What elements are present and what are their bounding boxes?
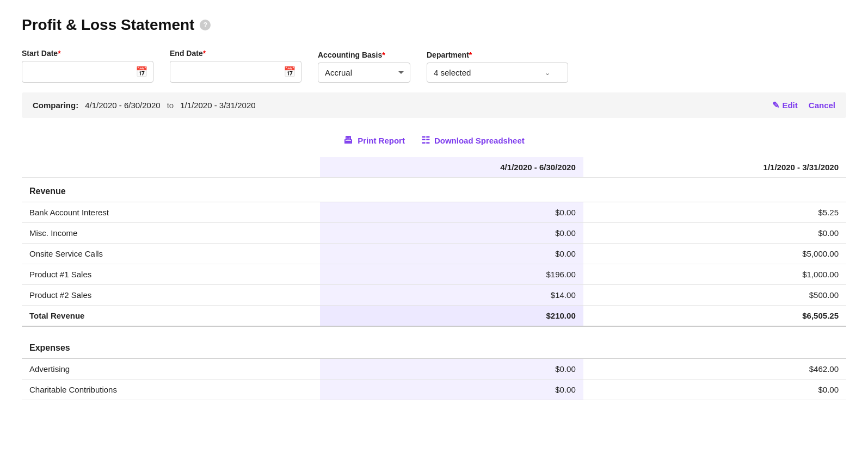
row-compare: $0.00: [583, 380, 846, 400]
edit-icon: ✎: [772, 100, 779, 110]
col-current-header: 4/1/2020 - 6/30/2020: [320, 157, 583, 178]
end-date-group: End Date* 6/30/2020 📅: [170, 49, 301, 83]
table-row: Misc. Income $0.00 $0.00: [22, 223, 846, 244]
filters-row: Start Date* 4/1/2020 📅 End Date* 6/30/20…: [22, 49, 846, 83]
row-compare: $462.00: [583, 359, 846, 380]
table-row: Advertising $0.00 $462.00: [22, 359, 846, 380]
table-row: Product #2 Sales $14.00 $500.00: [22, 285, 846, 306]
row-name: Bank Account Interest: [22, 202, 320, 223]
start-date-input-wrapper: 4/1/2020 📅: [22, 61, 153, 83]
page-title: Profit & Loss Statement: [22, 16, 194, 34]
page-title-container: Profit & Loss Statement ?: [22, 16, 846, 34]
total-revenue-current: $210.00: [320, 306, 583, 327]
row-name: Product #2 Sales: [22, 285, 320, 306]
comparing-actions: ✎ Edit Cancel: [772, 100, 835, 110]
end-date-input[interactable]: 6/30/2020: [176, 67, 279, 77]
total-revenue-label: Total Revenue: [22, 306, 320, 327]
print-report-button[interactable]: 🖶 Print Report: [343, 134, 405, 146]
row-compare: $500.00: [583, 285, 846, 306]
row-current: $14.00: [320, 285, 583, 306]
print-icon: 🖶: [343, 135, 353, 146]
row-current: $0.00: [320, 223, 583, 244]
table-row: Onsite Service Calls $0.00 $5,000.00: [22, 244, 846, 264]
department-value: 4 selected: [434, 68, 471, 77]
row-current: $0.00: [320, 359, 583, 380]
row-name: Misc. Income: [22, 223, 320, 244]
total-revenue-row: Total Revenue $210.00 $6,505.25: [22, 306, 846, 327]
accounting-basis-select[interactable]: Accrual Cash: [318, 63, 410, 83]
start-date-group: Start Date* 4/1/2020 📅: [22, 49, 153, 83]
cancel-comparison-button[interactable]: Cancel: [809, 101, 835, 110]
edit-comparison-button[interactable]: ✎ Edit: [772, 100, 797, 110]
start-date-calendar-icon[interactable]: 📅: [136, 66, 147, 78]
end-date-calendar-icon[interactable]: 📅: [284, 66, 296, 78]
row-compare: $0.00: [583, 223, 846, 244]
table-row: Charitable Contributions $0.00 $0.00: [22, 380, 846, 400]
row-compare: $1,000.00: [583, 264, 846, 285]
row-compare: $5,000.00: [583, 244, 846, 264]
row-current: $0.00: [320, 380, 583, 400]
department-group: Department* 4 selected ⌄: [427, 51, 568, 83]
start-date-label: Start Date*: [22, 49, 153, 58]
accounting-basis-group: Accounting Basis* Accrual Cash: [318, 51, 410, 83]
revenue-section-header: Revenue: [22, 178, 846, 202]
help-icon[interactable]: ?: [200, 20, 211, 30]
row-name: Advertising: [22, 359, 320, 380]
comparing-bar: Comparing: 4/1/2020 - 6/30/2020 to 1/1/2…: [22, 92, 846, 118]
total-revenue-compare: $6,505.25: [583, 306, 846, 327]
row-name: Charitable Contributions: [22, 380, 320, 400]
start-date-input[interactable]: 4/1/2020: [28, 67, 131, 77]
department-label: Department*: [427, 51, 568, 59]
comparing-secondary-range: 1/1/2020 - 3/31/2020: [180, 101, 255, 110]
col-compare-header: 1/1/2020 - 3/31/2020: [583, 157, 846, 178]
comparing-label: Comparing:: [33, 101, 78, 110]
spreadsheet-icon: ☷: [421, 134, 430, 146]
col-name-header: [22, 157, 320, 178]
expenses-section-header: Expenses: [22, 326, 846, 359]
row-current: $0.00: [320, 202, 583, 223]
toolbar: 🖶 Print Report ☷ Download Spreadsheet: [22, 134, 846, 146]
row-compare: $5.25: [583, 202, 846, 223]
department-chevron-icon: ⌄: [545, 69, 550, 77]
table-row: Product #1 Sales $196.00 $1,000.00: [22, 264, 846, 285]
row-name: Onsite Service Calls: [22, 244, 320, 264]
comparing-primary-range: 4/1/2020 - 6/30/2020: [85, 101, 160, 110]
report-table: 4/1/2020 - 6/30/2020 1/1/2020 - 3/31/202…: [22, 157, 846, 400]
row-name: Product #1 Sales: [22, 264, 320, 285]
department-select[interactable]: 4 selected ⌄: [427, 63, 568, 83]
comparing-to: to: [167, 101, 174, 110]
table-row: Bank Account Interest $0.00 $5.25: [22, 202, 846, 223]
row-current: $196.00: [320, 264, 583, 285]
end-date-label: End Date*: [170, 49, 301, 58]
download-spreadsheet-button[interactable]: ☷ Download Spreadsheet: [421, 134, 525, 146]
accounting-basis-label: Accounting Basis*: [318, 51, 410, 59]
row-current: $0.00: [320, 244, 583, 264]
end-date-input-wrapper: 6/30/2020 📅: [170, 61, 301, 83]
